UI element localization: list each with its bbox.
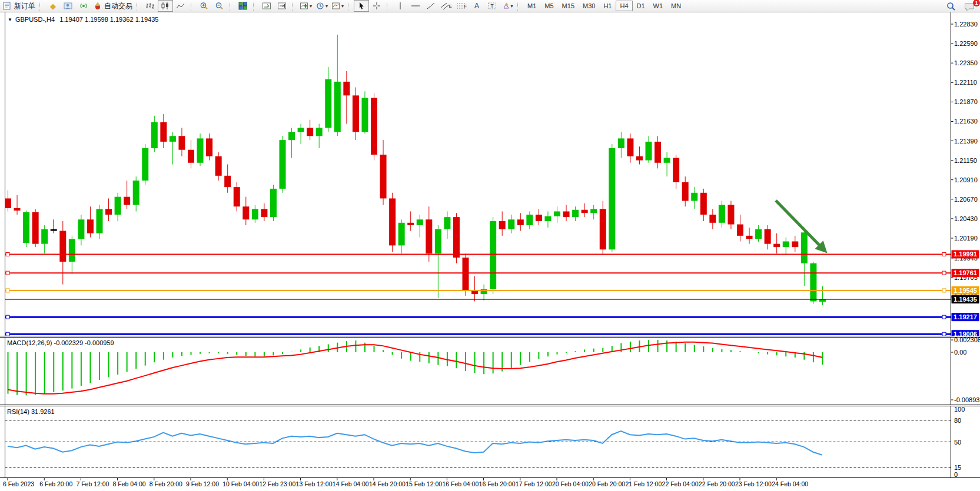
candle <box>544 216 551 221</box>
trendline-tool[interactable] <box>423 0 438 12</box>
candle <box>526 215 533 225</box>
timeframe-m30[interactable]: M30 <box>579 1 599 11</box>
candle <box>151 122 158 148</box>
svg-text:1.21390: 1.21390 <box>954 138 978 145</box>
candle <box>115 197 121 215</box>
candle <box>536 215 542 221</box>
new-order-button[interactable]: 新订单 <box>1 0 37 12</box>
timeframe-d1[interactable]: D1 <box>633 1 649 11</box>
candle <box>563 212 570 218</box>
search-button[interactable] <box>944 1 959 12</box>
candle <box>87 219 94 233</box>
tile-windows-icon <box>238 2 248 10</box>
date-label: 22 Feb 04:00 <box>662 480 699 487</box>
indicators-button[interactable]: ▾ <box>298 0 314 12</box>
notifications-button[interactable]: 1 <box>962 1 978 12</box>
templates-icon <box>331 2 341 10</box>
candlestick-chart-button[interactable] <box>158 0 173 12</box>
candle <box>32 212 39 244</box>
periods-button[interactable]: ▾ <box>314 0 330 12</box>
date-label: 22 Feb 20:00 <box>699 480 735 487</box>
signal-button[interactable] <box>76 0 91 12</box>
svg-text:1.19545: 1.19545 <box>954 287 977 294</box>
macd-pane[interactable]: 0.0023080.00-0.008939 <box>0 337 980 405</box>
candle <box>224 176 231 187</box>
caret-down-icon: ▾ <box>325 4 328 9</box>
fibonacci-tool[interactable]: F <box>454 0 469 12</box>
candle <box>97 209 103 233</box>
caret-down-icon: ▾ <box>341 4 344 9</box>
date-label: 13 Feb 12:00 <box>296 480 333 487</box>
line-chart-button[interactable] <box>173 0 188 12</box>
vertical-line-tool[interactable] <box>393 0 408 12</box>
timeframe-w1[interactable]: W1 <box>649 1 667 11</box>
channel-tool[interactable]: E <box>438 0 454 12</box>
auto-scroll-button[interactable] <box>259 0 274 12</box>
tile-windows-button[interactable] <box>235 0 251 12</box>
candle <box>765 229 771 244</box>
candle <box>700 193 707 215</box>
fibonacci-letter: F <box>464 4 467 9</box>
timeframe-m1[interactable]: M1 <box>523 1 540 11</box>
timeframe-m15[interactable]: M15 <box>558 1 579 11</box>
date-label: 8 Feb 20:00 <box>150 480 182 487</box>
toolbar-separator <box>137 2 141 11</box>
new-order-label: 新订单 <box>14 1 35 11</box>
candle <box>206 138 212 156</box>
zoom-out-button[interactable] <box>212 0 227 12</box>
horizontal-line-tool[interactable] <box>408 0 423 12</box>
shapes-tool[interactable]: ▾ <box>500 0 515 12</box>
text-tool[interactable]: A <box>469 0 484 12</box>
label-tool[interactable]: T <box>484 0 500 12</box>
candle <box>609 148 615 249</box>
timeframe-mn[interactable]: MN <box>667 1 685 11</box>
caret-down-icon: ▾ <box>511 4 513 9</box>
candle <box>234 187 240 206</box>
clock-icon <box>315 2 325 10</box>
cursor-icon <box>357 2 366 10</box>
rsi-pane[interactable]: 1008050150 <box>0 406 980 478</box>
time-axis[interactable]: 6 Feb 20236 Feb 20:007 Feb 12:008 Feb 04… <box>0 478 980 491</box>
candle <box>627 138 633 156</box>
candle <box>307 128 313 136</box>
candle <box>325 79 331 128</box>
candle <box>389 198 396 245</box>
candle <box>673 158 679 182</box>
candle <box>252 209 258 219</box>
toolbar-separator <box>387 2 391 11</box>
candle <box>508 219 514 229</box>
price-pane[interactable]: 1.228301.225901.223501.221101.218701.216… <box>0 12 980 336</box>
profile-button[interactable] <box>61 0 76 12</box>
autotrade-label: 自动交易 <box>104 1 132 11</box>
candle <box>160 122 167 142</box>
candle <box>407 223 414 225</box>
timeframe-m5[interactable]: M5 <box>540 1 557 11</box>
symbol-title: GBPUSD-,H4 <box>15 16 55 23</box>
history-button[interactable]: ◆ <box>45 0 61 12</box>
candle <box>618 138 624 148</box>
candle <box>691 193 697 201</box>
candle <box>124 197 130 205</box>
chart-shift-button[interactable] <box>274 0 290 12</box>
svg-text:1.22830: 1.22830 <box>954 21 978 28</box>
symbol-caret-icon[interactable]: ▼ <box>8 17 12 22</box>
autotrade-button[interactable]: 自动交易 <box>91 0 134 12</box>
templates-button[interactable]: ▾ <box>330 0 346 12</box>
candle <box>270 189 277 217</box>
candle <box>261 209 267 217</box>
timeframe-h4[interactable]: H4 <box>616 1 632 11</box>
macd-indicator-label: MACD(12,26,9) -0.002329 -0.000959 <box>7 339 114 346</box>
svg-text:80: 80 <box>954 417 961 424</box>
symbol-ohlc-values: 1.19407 1.19598 1.19362 1.19435 <box>59 16 158 23</box>
candle <box>5 198 11 208</box>
zoom-in-button[interactable] <box>197 0 212 12</box>
timeframe-h1[interactable]: H1 <box>599 1 616 11</box>
candle <box>417 219 423 225</box>
bar-chart-button[interactable] <box>142 0 158 12</box>
svg-text:0: 0 <box>954 471 958 478</box>
cursor-button[interactable] <box>354 0 369 12</box>
crosshair-button[interactable] <box>369 0 384 12</box>
date-label: 8 Feb 04:00 <box>113 480 146 487</box>
text-tool-icon: A <box>474 2 479 10</box>
toolbar: 新订单 ◆ 自动交易 <box>0 0 980 12</box>
